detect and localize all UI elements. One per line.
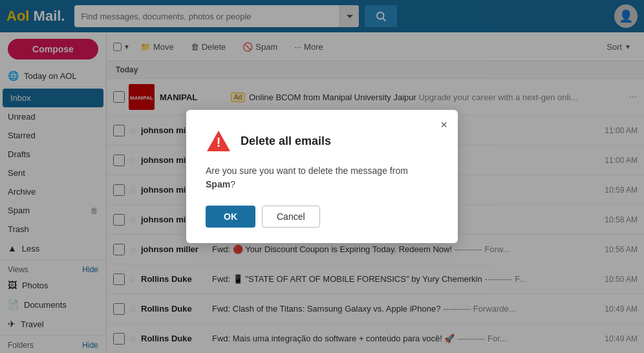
- modal-close-button[interactable]: ×: [440, 119, 447, 131]
- delete-all-modal: × ! Delete all emails Are you sure you w…: [186, 110, 458, 243]
- modal-overlay: × ! Delete all emails Are you sure you w…: [0, 0, 644, 353]
- modal-actions: OK Cancel: [206, 206, 438, 228]
- modal-header: ! Delete all emails: [206, 128, 438, 154]
- svg-text:!: !: [217, 135, 221, 149]
- modal-ok-button[interactable]: OK: [206, 206, 255, 228]
- modal-spam-label: Spam: [206, 179, 230, 189]
- modal-cancel-button[interactable]: Cancel: [262, 206, 320, 228]
- warning-icon: !: [206, 128, 231, 154]
- modal-body: Are you sure you want to delete the mess…: [206, 164, 438, 191]
- modal-suffix: ?: [230, 179, 235, 189]
- modal-title: Delete all emails: [241, 134, 331, 148]
- modal-body-text: Are you sure you want to delete the mess…: [206, 166, 408, 176]
